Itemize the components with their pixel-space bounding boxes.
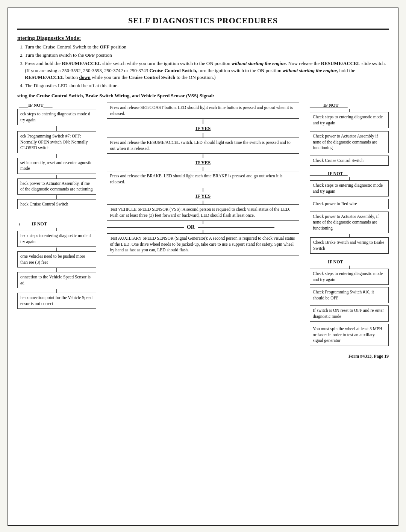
vert-connector [56, 195, 57, 199]
vert-connector [349, 109, 350, 112]
vert-connector [203, 188, 203, 192]
vert-connector [349, 177, 350, 180]
left-box-7: ome vehicles need to be pushed more than… [17, 251, 96, 268]
step-4: The Diagnostics LED should be off at thi… [25, 82, 389, 89]
entering-mode-list: Turn the Cruise Control Switch to the OF… [25, 44, 389, 89]
vert-connector [203, 221, 203, 224]
center-box-5-aux: Test AUXILIARY SPEED SENSOR (Signal Gene… [107, 233, 299, 255]
left-box-6: heck steps to entering diagnostic mode d… [17, 231, 96, 247]
vert-connector [349, 234, 350, 237]
testing-heading: sting the Cruise Control Switch, Brake S… [17, 93, 389, 99]
right-box-7-brake-switch: Check Brake Switch and wiring to Brake S… [310, 237, 389, 254]
step-2: Turn the ignition switch to the OFF posi… [25, 52, 389, 59]
entering-mode-heading: ntering Diagnostics Mode: [17, 35, 389, 41]
left-box-3: set incorrectly, reset and re-enter agno… [17, 158, 96, 174]
right-if-not-3: ________IF NOT__ [310, 259, 348, 265]
left-box-8: onnection to the Vehicle Speed Sensor is… [17, 272, 96, 288]
step-1: Turn the Cruise Control Switch to the OF… [25, 44, 389, 50]
vert-connector [56, 228, 57, 231]
center-box-1: Press and release SET/COAST button. LED … [107, 103, 299, 119]
right-if-not-2: ________IF NOT__ [310, 171, 348, 177]
vert-connector [56, 268, 57, 272]
if-yes-1: IF YES [195, 125, 211, 131]
right-box-4: Check steps to entering diagnostic mode … [310, 180, 389, 196]
right-box-1: Check steps to entering diagnostic mode … [310, 112, 389, 128]
right-box-11: You must spin the wheel at least 3 MPH o… [310, 324, 389, 346]
vert-connector [349, 266, 350, 269]
left-box-9: he connection point for the Vehicle Spee… [17, 293, 96, 309]
horiz-line-right [198, 227, 274, 228]
right-box-2: Check power to Actuator Assembly if none… [310, 131, 389, 153]
vert-connector [56, 248, 57, 251]
vert-connector [203, 154, 203, 158]
right-if-not-1: ______IF NOT____ [310, 103, 348, 108]
page-title: SELF DIAGNOSTICS PROCEDURES [17, 16, 389, 30]
left-if-not-2: ı ____IF NOT____ [17, 221, 56, 227]
vert-connector [203, 201, 203, 204]
if-yes-3: IF YES [195, 193, 211, 199]
or-connector: OR [107, 224, 299, 230]
vert-connector [56, 126, 57, 131]
vert-connector [203, 230, 203, 233]
right-box-10: If switch is ON reset to OFF and re-ente… [310, 305, 389, 322]
right-box-3: Check Cruise Control Switch [310, 156, 389, 166]
page: SELF DIAGNOSTICS PROCEDURES ntering Diag… [8, 8, 398, 526]
vert-connector [203, 133, 203, 138]
vert-connector [56, 154, 57, 158]
center-box-4-vss: Test VEHICLE SPEED SENSOR (VSS): A secon… [107, 204, 299, 221]
step-3: Press and hold the RESUME/ACCEL slide sw… [25, 60, 389, 81]
vert-connector [56, 175, 57, 178]
if-yes-2: IF YES [195, 160, 211, 166]
form-footer: Form #4313, Page 19 [17, 354, 389, 359]
left-if-not-1: ____IF NOT____ [17, 103, 53, 108]
right-box-6: Check power to Actuator Assembly, if non… [310, 212, 389, 234]
vert-connector [203, 167, 203, 171]
left-box-1: eck steps to entering diagnostics mode d… [17, 109, 96, 125]
left-box-4: heck power to Actuator Assembly, if me o… [17, 178, 96, 195]
flowchart-row-1: ____IF NOT____ eck steps to entering dia… [17, 103, 389, 347]
center-box-2: Press and release the RESUME/ACCEL switc… [107, 138, 299, 154]
horiz-line-left [107, 227, 183, 228]
center-box-3: Press and release the BRAKE. LED should … [107, 171, 299, 187]
left-box-2: eck Programming Switch #7: OFF: Normally… [17, 131, 96, 153]
right-box-9: Check Programming Switch #10, it should … [310, 287, 389, 303]
right-box-5: Check power to Red wire [310, 199, 389, 209]
right-box-8: Check steps to entering diagnostic mode … [310, 269, 389, 285]
flowchart-left: ____IF NOT____ eck steps to entering dia… [17, 103, 96, 310]
left-box-5: heck Cruise Control Switch [17, 199, 96, 210]
vert-connector [56, 289, 57, 293]
flowchart-center: Press and release SET/COAST button. LED … [96, 103, 310, 256]
flowchart-right: ______IF NOT____ Check steps to entering… [310, 103, 389, 347]
flowchart-diagram: ____IF NOT____ eck steps to entering dia… [17, 103, 389, 347]
or-label: OR [187, 224, 195, 230]
vert-connector [203, 119, 203, 124]
